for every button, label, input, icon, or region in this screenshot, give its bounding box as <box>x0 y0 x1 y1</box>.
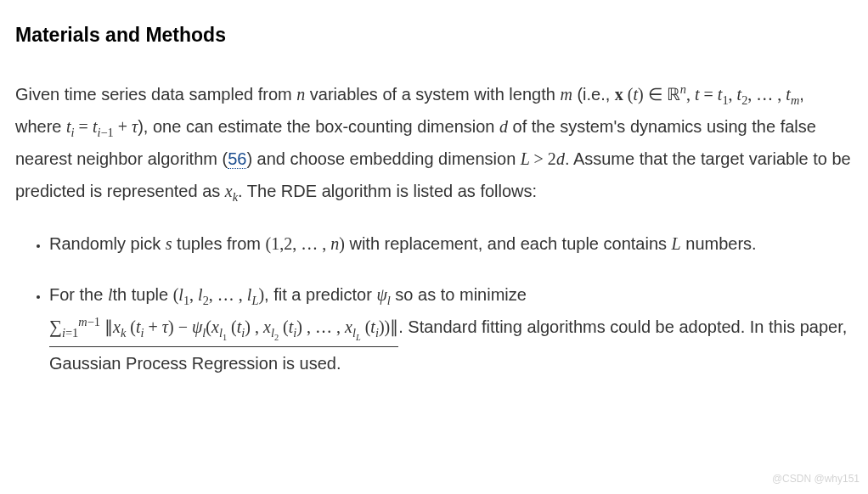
eq-time-step: ti = ti−1 + τ <box>66 117 138 136</box>
var-n: n <box>296 85 305 104</box>
var-d: d <box>499 117 508 136</box>
algorithm-list: Randomly pick s tuples from (1,2, … , n)… <box>15 227 853 379</box>
list-item: Randomly pick s tuples from (1,2, … , n)… <box>49 227 853 260</box>
var-xk: xk <box>225 182 238 200</box>
watermark: @CSDN @why151 <box>772 469 860 489</box>
eq-tuple-range: (1,2, … , n) <box>266 234 345 253</box>
var-s: s <box>166 234 172 253</box>
list-item: For the lth tuple (l1, l2, … , lL), fit … <box>49 278 853 379</box>
section-heading: Materials and Methods <box>15 17 853 54</box>
var-L: L <box>672 234 681 253</box>
eq-tuple: (l1, l2, … , lL) <box>173 285 264 304</box>
var-psi: ψl <box>376 285 390 304</box>
eq-state-space: x (t) ∈ ℝn, t = t1, t2, … , tm <box>615 85 799 104</box>
eq-embed-dim: L > 2d <box>521 149 565 168</box>
intro-paragraph: Given time series data sampled from n va… <box>15 78 853 207</box>
eq-objective: ∑i=1m−1 ∥xk (ti + τ) − ψl(xl1 (ti) , xl2… <box>49 317 398 336</box>
var-m: m <box>560 85 572 104</box>
citation-link[interactable]: 56 <box>228 149 246 169</box>
